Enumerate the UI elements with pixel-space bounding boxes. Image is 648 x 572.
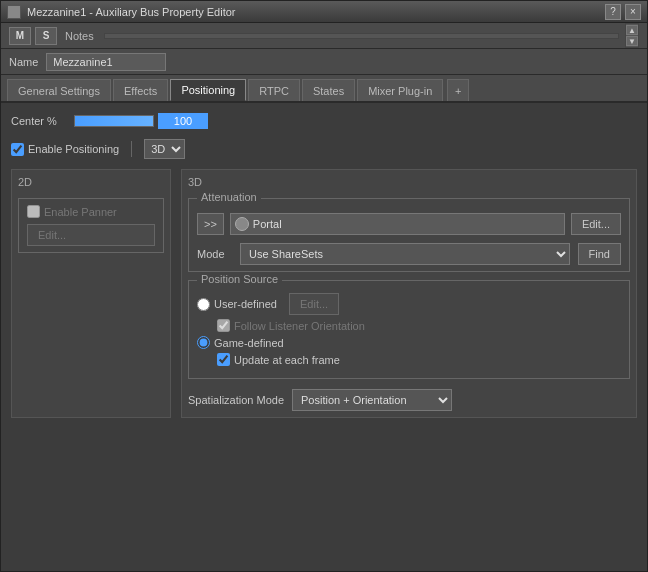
main-content: Center % 100 Enable Positioning 3D 2D xyxy=(1,103,647,571)
center-row: Center % 100 xyxy=(11,113,637,129)
find-button[interactable]: Find xyxy=(578,243,621,265)
panel-3d: 3D Attenuation >> Portal Edit... Mode xyxy=(181,169,637,418)
tab-rtpc[interactable]: RTPC xyxy=(248,79,300,101)
position-source-group: Position Source User-defined Edit... Fol… xyxy=(188,280,630,379)
portal-field: Portal xyxy=(230,213,565,235)
notes-label: Notes xyxy=(61,30,98,42)
user-defined-row: User-defined Edit... xyxy=(197,293,621,315)
title-bar: Mezzanine1 - Auxiliary Bus Property Edit… xyxy=(1,1,647,23)
spatialization-row: Spatialization Mode Position + Orientati… xyxy=(188,389,630,411)
name-row: Name xyxy=(1,49,647,75)
app-icon xyxy=(7,5,21,19)
position-source-title: Position Source xyxy=(197,273,282,285)
update-frame-row: Update at each frame xyxy=(217,353,621,366)
2d-group-box: Enable Panner Edit... xyxy=(18,198,164,253)
attenuation-group: Attenuation >> Portal Edit... Mode Use S… xyxy=(188,198,630,272)
follow-listener-checkbox[interactable] xyxy=(217,319,230,332)
mode-select[interactable]: Use ShareSets Custom xyxy=(240,243,570,265)
dimension-select[interactable]: 3D 2D xyxy=(144,139,185,159)
enable-panner-checkbox[interactable] xyxy=(27,205,40,218)
window-title: Mezzanine1 - Auxiliary Bus Property Edit… xyxy=(27,6,235,18)
name-input[interactable] xyxy=(46,53,166,71)
panel-2d: 2D Enable Panner Edit... xyxy=(11,169,171,418)
help-button[interactable]: ? xyxy=(605,4,621,20)
game-defined-label: Game-defined xyxy=(214,337,284,349)
attenuation-row: >> Portal Edit... xyxy=(197,213,621,235)
portal-icon xyxy=(235,217,249,231)
title-bar-right: ? × xyxy=(605,4,641,20)
center-slider-value: 100 xyxy=(158,113,208,129)
notes-input[interactable] xyxy=(104,33,619,39)
separator xyxy=(131,141,132,157)
scroll-down-arrow[interactable]: ▼ xyxy=(626,36,638,46)
attenuation-arrow-button[interactable]: >> xyxy=(197,213,224,235)
user-defined-label: User-defined xyxy=(214,298,277,310)
tabs-row: General Settings Effects Positioning RTP… xyxy=(1,75,647,103)
game-defined-radio[interactable] xyxy=(197,336,210,349)
spatialization-label: Spatialization Mode xyxy=(188,394,284,406)
tab-effects[interactable]: Effects xyxy=(113,79,168,101)
scroll-up-arrow[interactable]: ▲ xyxy=(626,25,638,35)
tab-mixer-plugin[interactable]: Mixer Plug-in xyxy=(357,79,443,101)
enable-row: Enable Positioning 3D 2D xyxy=(11,139,637,159)
2d-edit-button: Edit... xyxy=(27,224,155,246)
center-slider-container: 100 xyxy=(74,113,208,129)
m-button[interactable]: M xyxy=(9,27,31,45)
game-defined-row: Game-defined xyxy=(197,336,621,349)
attenuation-edit-button[interactable]: Edit... xyxy=(571,213,621,235)
update-frame-label: Update at each frame xyxy=(234,354,340,366)
notes-wrapper: Notes ▲ ▼ xyxy=(61,23,639,48)
enable-positioning-label: Enable Positioning xyxy=(11,143,119,156)
follow-listener-row: Follow Listener Orientation xyxy=(217,319,621,332)
follow-listener-label: Follow Listener Orientation xyxy=(234,320,365,332)
toolbar: M S Notes ▲ ▼ xyxy=(1,23,647,49)
tab-positioning[interactable]: Positioning xyxy=(170,79,246,101)
mode-row: Mode Use ShareSets Custom Find xyxy=(197,243,621,265)
tab-add-button[interactable]: + xyxy=(447,79,469,101)
s-button[interactable]: S xyxy=(35,27,57,45)
tab-states[interactable]: States xyxy=(302,79,355,101)
notes-scrollbar[interactable]: ▲ ▼ xyxy=(625,23,639,48)
panel-3d-title: 3D xyxy=(188,176,630,188)
panels-row: 2D Enable Panner Edit... 3D Attenuation xyxy=(11,169,637,418)
center-label: Center % xyxy=(11,115,66,127)
enable-positioning-checkbox[interactable] xyxy=(11,143,24,156)
user-defined-radio[interactable] xyxy=(197,298,210,311)
update-frame-checkbox[interactable] xyxy=(217,353,230,366)
name-label: Name xyxy=(9,56,38,68)
spatialization-select[interactable]: Position + Orientation Position None xyxy=(292,389,452,411)
portal-text: Portal xyxy=(253,218,282,230)
enable-panner-label: Enable Panner xyxy=(27,205,155,218)
center-slider-fill xyxy=(75,116,153,126)
title-bar-left: Mezzanine1 - Auxiliary Bus Property Edit… xyxy=(7,5,235,19)
attenuation-title: Attenuation xyxy=(197,191,261,203)
close-button[interactable]: × xyxy=(625,4,641,20)
main-window: Mezzanine1 - Auxiliary Bus Property Edit… xyxy=(0,0,648,572)
tab-general-settings[interactable]: General Settings xyxy=(7,79,111,101)
center-slider-track[interactable] xyxy=(74,115,154,127)
mode-label: Mode xyxy=(197,248,232,260)
user-defined-edit-button: Edit... xyxy=(289,293,339,315)
panel-2d-title: 2D xyxy=(18,176,164,188)
